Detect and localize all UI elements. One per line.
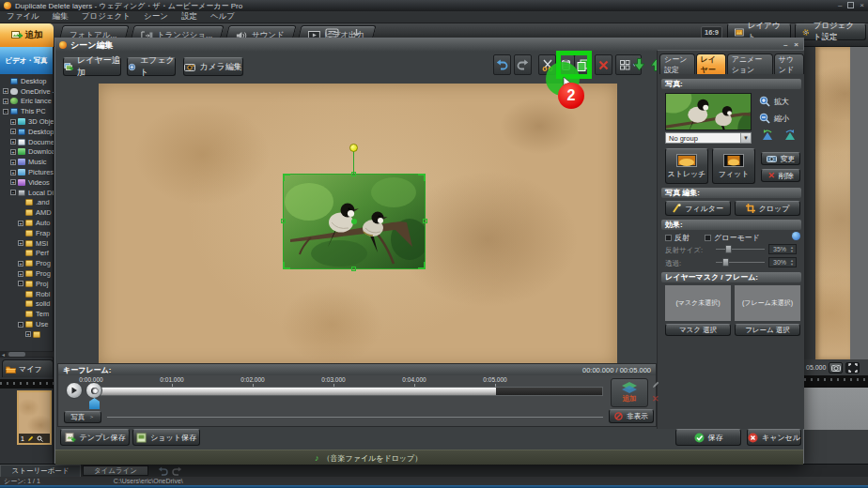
tree-horizontal-scrollbar[interactable]: ◄ (0, 351, 54, 358)
tree-item[interactable]: Perf (0, 249, 54, 259)
tree-expander[interactable]: - (18, 281, 23, 286)
timeline-track[interactable] (91, 387, 603, 396)
delete-layer-button[interactable] (595, 54, 612, 75)
dialog-minimize-button[interactable]: – (783, 40, 787, 49)
reflection-size-spinner[interactable]: 35% ▲▼ (768, 244, 797, 254)
menu-item[interactable]: プロジェクト (75, 11, 137, 23)
tab-add[interactable]: 追加 (0, 23, 54, 47)
tree-item[interactable]: + Downloa (0, 147, 54, 158)
close-button[interactable]: × (860, 1, 864, 9)
redo-button[interactable] (514, 54, 532, 75)
tree-item[interactable]: + Desktop (0, 127, 54, 137)
tree-expander[interactable]: - (18, 322, 23, 328)
spinner-arrows[interactable]: ▲▼ (788, 259, 796, 267)
tree-item[interactable]: + Auto (0, 218, 54, 228)
fit-button[interactable]: フィット (712, 148, 755, 184)
panel-tab[interactable]: サウンド (774, 53, 804, 74)
zoom-in-control[interactable]: 拡大 (759, 96, 789, 107)
storyboard-thumbnail[interactable]: 1 (17, 390, 52, 445)
tree-item[interactable]: - Use (0, 319, 54, 329)
edit-keyframe-button[interactable] (651, 379, 659, 390)
tree-expander[interactable]: + (10, 119, 16, 125)
music-drop-bar[interactable]: ♪ （音楽ファイルをドロップ） (55, 450, 803, 465)
tree-expander[interactable]: + (3, 88, 8, 94)
panel-tab[interactable]: アニメーション (727, 53, 773, 74)
camera-edit-button[interactable]: カメラ編集 (183, 57, 243, 76)
selection-handle[interactable] (423, 219, 427, 223)
fullscreen-button[interactable] (845, 362, 860, 374)
selection-corner[interactable] (418, 174, 426, 181)
stretch-button[interactable]: ストレッチ (665, 148, 708, 184)
tree-expander[interactable]: - (10, 190, 16, 195)
tree-expander[interactable]: + (10, 149, 16, 155)
myfiles-tab[interactable]: マイフ (2, 359, 54, 377)
magnifier-icon[interactable] (37, 435, 43, 442)
dialog-close-button[interactable]: × (794, 40, 798, 49)
tree-item[interactable]: + (0, 329, 54, 340)
menu-item[interactable]: ファイル (0, 11, 46, 23)
scrollbar-thumb[interactable] (8, 352, 25, 357)
tree-expander[interactable]: + (18, 261, 23, 267)
move-down-button[interactable] (630, 54, 648, 75)
menu-item[interactable]: ヘルプ (204, 11, 241, 23)
frame-select-button[interactable]: フレーム 選択 (735, 324, 800, 336)
slider-handle[interactable] (722, 258, 729, 267)
tab-timeline[interactable]: タイムライン (83, 465, 148, 476)
tree-item[interactable]: + Videos (0, 177, 54, 188)
selection-corner[interactable] (283, 262, 290, 269)
panel-tab[interactable]: シーン設定 (659, 53, 695, 74)
selection-corner[interactable] (418, 262, 426, 269)
rotation-handle[interactable] (349, 144, 358, 152)
selection-handle[interactable] (281, 219, 286, 223)
slider-handle[interactable] (725, 245, 732, 253)
tree-item[interactable]: + Pictures (0, 167, 54, 177)
reflection-size-slider[interactable] (716, 245, 765, 253)
tree-item[interactable]: + 3D Obje (0, 116, 54, 127)
tree-expander[interactable]: + (10, 129, 16, 134)
reflection-checkbox[interactable]: 反射 (665, 233, 690, 243)
tree-expander[interactable]: + (10, 160, 16, 165)
tree-item[interactable]: + OneDrive - (0, 86, 54, 97)
undo-icon[interactable] (158, 466, 168, 476)
zoom-out-control[interactable]: 縮小 (759, 113, 789, 124)
add-layer-button[interactable]: レイヤー追加 (63, 57, 121, 76)
add-keyframe-button[interactable]: 追加 (611, 378, 648, 407)
filter-button[interactable]: フィルター (665, 201, 731, 216)
delete-keyframe-button[interactable]: ✕ (651, 393, 659, 404)
spinner-arrows[interactable]: ▲▼ (788, 246, 796, 253)
tree-expander[interactable]: + (25, 331, 31, 337)
hide-button[interactable]: 非表示 (609, 409, 654, 423)
glow-checkbox[interactable]: グローモード (705, 233, 760, 243)
tree-item[interactable]: + Prog (0, 268, 54, 279)
menu-item[interactable]: 設定 (175, 11, 204, 23)
tree-item[interactable]: Desktop (0, 76, 54, 86)
tree-expander[interactable]: - (3, 109, 8, 114)
selection-corner[interactable] (283, 174, 290, 181)
minimize-button[interactable]: – (838, 1, 842, 9)
mask-select-button[interactable]: マスク 選択 (665, 324, 731, 336)
tree-item[interactable]: + Prog (0, 258, 54, 268)
cancel-button[interactable]: キャンセル (747, 429, 801, 446)
dropdown-arrow-icon[interactable]: ▼ (740, 133, 751, 143)
selection-box[interactable] (283, 174, 426, 269)
menu-item[interactable]: シーン (137, 11, 175, 23)
tree-item[interactable]: AMD (0, 207, 54, 218)
tree-expander[interactable]: + (18, 271, 23, 277)
tab-storyboard[interactable]: ストーリーボード (0, 465, 81, 477)
tree-item[interactable]: + MSI (0, 238, 54, 249)
menu-item[interactable]: 編集 (46, 11, 75, 23)
tree-expander[interactable]: + (10, 170, 16, 175)
tree-item[interactable]: Robl (0, 289, 54, 299)
tree-expander[interactable]: + (18, 221, 23, 226)
redo-icon[interactable] (172, 466, 182, 476)
tree-item[interactable]: + Music (0, 157, 54, 167)
playhead-marker[interactable] (89, 398, 100, 409)
info-icon[interactable] (792, 232, 800, 240)
tree-expander[interactable]: + (18, 240, 23, 246)
playhead[interactable] (92, 388, 99, 394)
tree-item[interactable]: - Proj (0, 279, 54, 289)
tree-expander[interactable]: + (10, 139, 16, 145)
tree-expander[interactable]: + (3, 99, 8, 104)
scroll-left-arrow[interactable]: ◄ (0, 352, 7, 358)
selection-handle[interactable] (351, 267, 356, 271)
